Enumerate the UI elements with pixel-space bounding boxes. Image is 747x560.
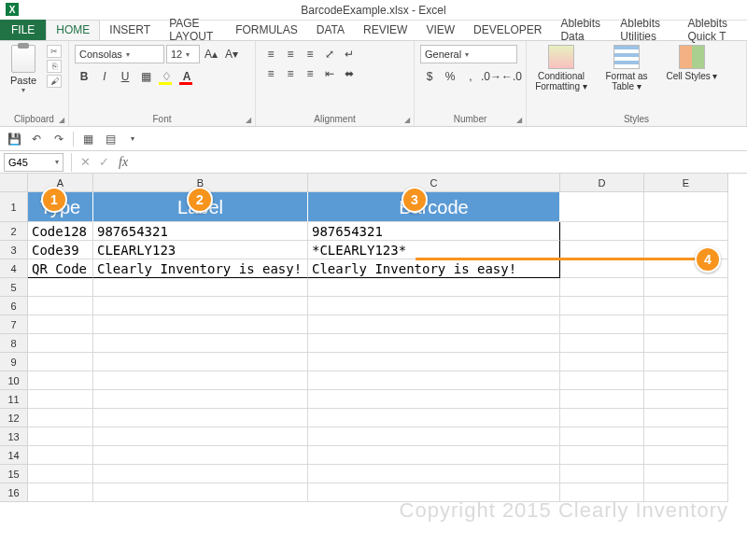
align-center-button[interactable]: ≡ <box>281 64 300 83</box>
undo-button[interactable]: ↶ <box>28 131 45 147</box>
row-header[interactable]: 7 <box>0 315 28 334</box>
comma-button[interactable]: , <box>461 67 480 86</box>
row-header[interactable]: 9 <box>0 353 28 371</box>
cell[interactable] <box>308 315 560 334</box>
cell[interactable] <box>560 241 644 259</box>
copy-button[interactable]: ⎘ <box>47 60 62 73</box>
cut-button[interactable]: ✂ <box>47 45 62 58</box>
cell[interactable] <box>560 315 644 334</box>
cell[interactable] <box>560 259 644 278</box>
cell[interactable] <box>28 390 93 409</box>
select-all-corner[interactable] <box>0 174 28 192</box>
format-as-table-button[interactable]: Format as Table ▾ <box>598 45 655 91</box>
cell[interactable] <box>308 371 560 390</box>
font-size-combo[interactable]: 12▾ <box>166 45 200 63</box>
cell[interactable] <box>28 278 93 297</box>
row-header[interactable]: 14 <box>0 446 28 465</box>
row-header[interactable]: 16 <box>0 483 28 502</box>
qat-button-2[interactable]: ▤ <box>102 131 119 147</box>
grow-font-button[interactable]: A▴ <box>202 45 220 63</box>
cell[interactable] <box>644 427 728 446</box>
cell[interactable] <box>560 222 644 241</box>
cell[interactable] <box>93 465 308 483</box>
cell[interactable] <box>644 222 728 241</box>
cell[interactable] <box>28 315 93 334</box>
tab-insert[interactable]: INSERT <box>100 20 160 40</box>
cell[interactable] <box>93 409 308 427</box>
row-header[interactable]: 8 <box>0 334 28 353</box>
launcher-icon[interactable]: ◢ <box>516 116 522 124</box>
decrease-decimal-button[interactable]: ←.0 <box>502 67 521 86</box>
cell[interactable] <box>644 390 728 409</box>
qat-customize[interactable]: ▾ <box>124 131 141 147</box>
cell[interactable] <box>560 192 644 222</box>
cell[interactable]: Clearly Inventory is easy! <box>93 259 308 278</box>
row-header[interactable]: 11 <box>0 390 28 409</box>
col-header-e[interactable]: E <box>644 174 728 192</box>
cell[interactable] <box>560 446 644 465</box>
cell[interactable] <box>644 409 728 427</box>
font-name-combo[interactable]: Consolas▾ <box>75 45 164 63</box>
paste-button[interactable]: Paste ▾ <box>6 45 41 94</box>
row-header[interactable]: 4 <box>0 259 28 278</box>
orientation-button[interactable]: ⤢ <box>320 45 339 63</box>
row-header[interactable]: 5 <box>0 278 28 297</box>
cell-styles-button[interactable]: Cell Styles ▾ <box>663 45 721 91</box>
qat-button-1[interactable]: ▦ <box>79 131 96 147</box>
cell[interactable] <box>28 483 93 502</box>
cell[interactable] <box>308 409 560 427</box>
conditional-formatting-button[interactable]: Conditional Formatting ▾ <box>532 45 590 91</box>
currency-button[interactable]: $ <box>420 67 439 86</box>
tab-formulas[interactable]: FORMULAS <box>226 20 307 40</box>
launcher-icon[interactable]: ◢ <box>246 116 251 124</box>
save-button[interactable]: 💾 <box>6 131 22 147</box>
row-header[interactable]: 10 <box>0 371 28 390</box>
cell[interactable] <box>93 483 308 502</box>
cell[interactable] <box>644 334 728 353</box>
cell[interactable] <box>28 465 93 483</box>
cell[interactable] <box>644 278 728 297</box>
cell[interactable] <box>28 446 93 465</box>
cancel-formula-button[interactable]: ✕ <box>76 153 94 172</box>
launcher-icon[interactable]: ◢ <box>59 116 64 124</box>
cell[interactable] <box>93 371 308 390</box>
cell[interactable] <box>308 427 560 446</box>
align-bottom-button[interactable]: ≡ <box>301 45 319 63</box>
cell[interactable] <box>560 334 644 353</box>
tab-review[interactable]: REVIEW <box>354 20 416 40</box>
cell[interactable] <box>644 446 728 465</box>
format-painter-button[interactable]: 🖌 <box>47 75 62 88</box>
cell[interactable]: CLEARLY123 <box>93 241 308 259</box>
cell[interactable]: Code128 <box>28 222 93 241</box>
row-header[interactable]: 15 <box>0 465 28 483</box>
redo-button[interactable]: ↷ <box>50 131 67 147</box>
row-header[interactable]: 1 <box>0 192 28 222</box>
cell[interactable] <box>308 353 560 371</box>
cell[interactable] <box>93 315 308 334</box>
cell[interactable] <box>308 465 560 483</box>
worksheet-grid[interactable]: A B C D E 1TypeLabelBarcode2Code12898765… <box>0 174 747 502</box>
align-right-button[interactable]: ≡ <box>301 64 319 83</box>
align-middle-button[interactable]: ≡ <box>281 45 300 63</box>
cell[interactable] <box>93 427 308 446</box>
cell[interactable] <box>308 278 560 297</box>
cell[interactable] <box>560 371 644 390</box>
align-top-button[interactable]: ≡ <box>261 45 280 63</box>
cell[interactable]: 987654321 <box>308 222 560 241</box>
cell[interactable] <box>93 278 308 297</box>
cell[interactable]: Barcode <box>308 192 560 222</box>
tab-ablebits-utilities[interactable]: Ablebits Utilities <box>611 20 678 40</box>
cell[interactable] <box>28 334 93 353</box>
row-header[interactable]: 6 <box>0 297 28 315</box>
shrink-font-button[interactable]: A▾ <box>222 45 241 63</box>
tab-ablebits-data[interactable]: Ablebits Data <box>551 20 611 40</box>
cell[interactable] <box>644 465 728 483</box>
cell[interactable] <box>560 465 644 483</box>
row-header[interactable]: 13 <box>0 427 28 446</box>
percent-button[interactable]: % <box>441 67 459 86</box>
fill-color-button[interactable]: ♢ <box>157 67 176 86</box>
cell[interactable] <box>560 427 644 446</box>
cell[interactable] <box>308 390 560 409</box>
tab-page-layout[interactable]: PAGE LAYOUT <box>160 20 226 40</box>
cell[interactable]: *CLEARLY123* <box>308 241 560 259</box>
